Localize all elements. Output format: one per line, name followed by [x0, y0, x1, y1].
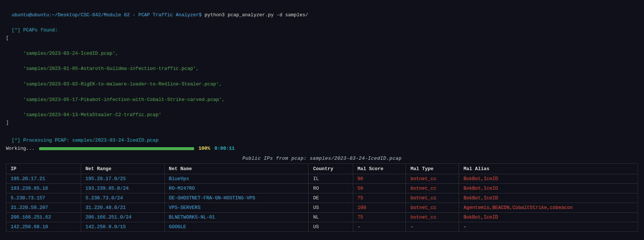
- table-row: 5.230.73.157 5.230.73.0/24 DE-GHOSTNET-F…: [6, 193, 638, 203]
- cell-netrange: 195.20.17.0/25: [81, 174, 164, 184]
- cell-maltype: botnet_cc: [406, 174, 459, 184]
- terminal-prompt-line: ubuntu@ubuntu:~/Desktop/CSC-842/Module 0…: [6, 4, 638, 19]
- col-net-range: Net Range: [81, 164, 164, 174]
- pcap-item-3: 'samples/2023-03-02-RigEK-to-malware-loa…: [6, 73, 638, 88]
- bracket-open: [: [6, 34, 638, 42]
- cell-ip: 5.230.73.157: [6, 193, 81, 203]
- cell-country: DE: [309, 193, 353, 203]
- cell-malalias: BokBot,IceID: [459, 184, 638, 193]
- pcap-item-5: 'samples/2023-04-13-MetaStealer-C2-traff…: [6, 104, 638, 119]
- progress-bar-1-fill: [39, 147, 194, 150]
- cell-malalias: Agentemis,BEACON,CobaltStrike,cobeacon: [459, 203, 638, 213]
- cell-netrange: 193.239.85.0/24: [81, 184, 164, 193]
- table-row: 142.250.68.10 142.250.0.0/15 GOOGLE US -…: [6, 222, 638, 232]
- ip-table: IP Net Range Net Name Country Mal Score …: [6, 163, 638, 232]
- bracket-close: ]: [6, 119, 638, 127]
- cell-malscore: 75: [353, 193, 406, 203]
- table-title: Public IPs from pcap: samples/2023-03-24…: [6, 156, 638, 161]
- cell-netname: RO-M247RO: [164, 184, 309, 193]
- col-mal-alias: Mal Alias: [459, 164, 638, 174]
- cell-country: IL: [309, 174, 353, 184]
- cell-country: NL: [309, 213, 353, 222]
- col-net-name: Net Name: [164, 164, 309, 174]
- table-header-row: IP Net Range Net Name Country Mal Score …: [6, 164, 638, 174]
- cell-malalias: BokBot,IceID: [459, 174, 638, 184]
- cell-malalias: -: [459, 222, 638, 232]
- cell-maltype: botnet_cc: [406, 213, 459, 222]
- cell-maltype: -: [406, 222, 459, 232]
- cell-netname: GOOGLE: [164, 222, 309, 232]
- cell-maltype: botnet_cc: [406, 203, 459, 213]
- table-row: 206.166.251.62 206.166.251.0/24 BLNETWOR…: [6, 213, 638, 222]
- progress1-time: 0:00:11: [214, 146, 235, 151]
- cell-maltype: botnet_cc: [406, 184, 459, 193]
- cell-malscore: 75: [353, 213, 406, 222]
- prompt-path: ubuntu@ubuntu:~/Desktop/CSC-842/Module 0…: [12, 12, 202, 18]
- col-mal-score: Mal Score: [353, 164, 406, 174]
- cell-ip: 31.220.50.207: [6, 203, 81, 213]
- cell-netrange: 142.250.0.0/15: [81, 222, 164, 232]
- command-text: python3 pcap_analyzer.py -d samples/: [202, 12, 309, 18]
- progress-bar-1-bg: [39, 147, 194, 150]
- cell-netrange: 206.166.251.0/24: [81, 213, 164, 222]
- cell-malalias: BokBot,IceID: [459, 193, 638, 203]
- cell-malscore: 90: [353, 174, 406, 184]
- cell-malalias: BokBot,IceID: [459, 213, 638, 222]
- col-mal-type: Mal Type: [406, 164, 459, 174]
- processing1-label: [*] Processing PCAP: samples/2023-03-24-…: [6, 129, 638, 145]
- cell-netrange: 31.220.48.0/21: [81, 203, 164, 213]
- cell-ip: 195.20.17.21: [6, 174, 81, 184]
- cell-netrange: 5.230.73.0/24: [81, 193, 164, 203]
- pcaps-found-label: [*] PCAPs found:: [6, 19, 638, 35]
- table-row: 193.239.85.16 193.239.85.0/24 RO-M247RO …: [6, 184, 638, 193]
- pcap-item-4: 'samples/2023-05-17-Pikabot-infection-wi…: [6, 88, 638, 104]
- cell-ip: 142.250.68.10: [6, 222, 81, 232]
- pcap-item-1: 'samples/2023-03-24-IcedID.pcap',: [6, 42, 638, 58]
- cell-country: RO: [309, 184, 353, 193]
- cell-country: US: [309, 222, 353, 232]
- table-row: 31.220.50.207 31.220.48.0/21 VPS-SERVERS…: [6, 203, 638, 213]
- col-country: Country: [309, 164, 353, 174]
- progress1-pct: 100%: [199, 146, 210, 151]
- cell-malscore: 50: [353, 184, 406, 193]
- working-label-1: Working...: [6, 146, 35, 151]
- cell-netname: BlueVps: [164, 174, 309, 184]
- table-row: 195.20.17.21 195.20.17.0/25 BlueVps IL 9…: [6, 174, 638, 184]
- col-ip: IP: [6, 164, 81, 174]
- cell-malscore: -: [353, 222, 406, 232]
- cell-netname: DE-GHOSTNET-FRA-GN-HOSTING-VPS: [164, 193, 309, 203]
- cell-netname: BLNETWORKS-NL-01: [164, 213, 309, 222]
- cell-malscore: 100: [353, 203, 406, 213]
- cell-maltype: botnet_cc: [406, 193, 459, 203]
- cell-ip: 193.239.85.16: [6, 184, 81, 193]
- progress-bar-1-container: Working... 100% 0:00:11: [6, 146, 638, 151]
- cell-ip: 206.166.251.62: [6, 213, 81, 222]
- cell-netname: VPS-SERVERS: [164, 203, 309, 213]
- cell-country: US: [309, 203, 353, 213]
- pcap-item-2: 'samples/2023-01-05-Astaroth-Guildma-inf…: [6, 58, 638, 73]
